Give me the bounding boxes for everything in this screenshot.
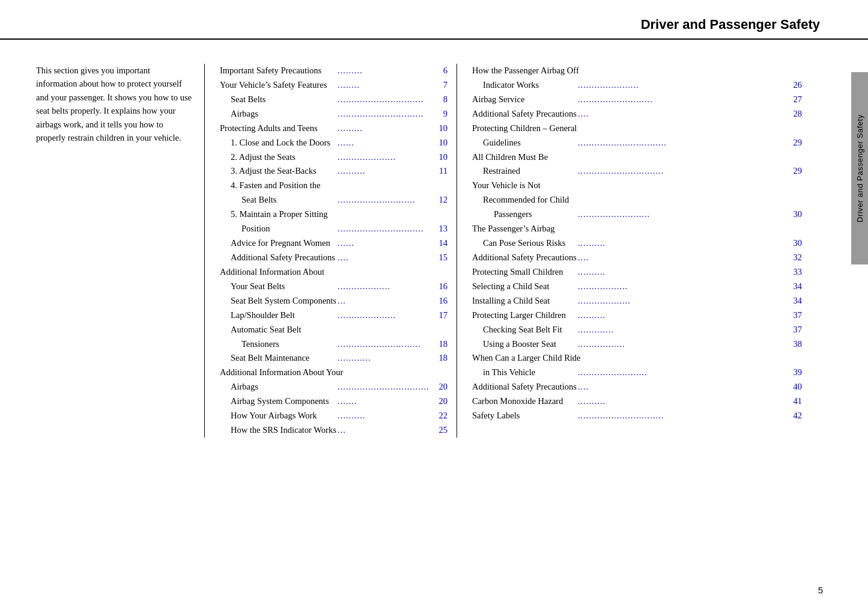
toc-row: How Your Airbags Work..........22 bbox=[220, 409, 448, 423]
toc-label: Lap/Shoulder Belt bbox=[220, 308, 336, 323]
main-content: This section gives you important informa… bbox=[0, 40, 868, 456]
page-title: Driver and Passenger Safety bbox=[641, 17, 820, 32]
toc-label: Your Vehicle is Not bbox=[472, 179, 802, 193]
toc-row: Indicator Works......................26 bbox=[472, 78, 802, 93]
toc-page: 34 bbox=[792, 294, 803, 308]
toc-row: Checking Seat Belt Fit.............37 bbox=[472, 323, 802, 337]
toc-dots: ..................... bbox=[336, 150, 437, 165]
toc-label: Seat Belts bbox=[220, 193, 336, 207]
toc-row: When Can a Larger Child Ride bbox=[472, 351, 802, 366]
toc-dots: .......... bbox=[336, 164, 437, 179]
toc-page: 39 bbox=[792, 366, 803, 380]
toc-row: The Passenger’s Airbag bbox=[472, 222, 802, 236]
toc-row: Additional Safety Precautions....40 bbox=[472, 380, 802, 394]
toc-row: Airbags...............................9 bbox=[220, 107, 448, 121]
toc-row: Seat Belt Maintenance............18 bbox=[220, 351, 448, 366]
toc-row: How the Passenger Airbag Off bbox=[472, 64, 802, 78]
toc-row: Protecting Children – General bbox=[472, 121, 802, 136]
toc-row: Restrained..............................… bbox=[472, 164, 802, 179]
toc-dots: .......................... bbox=[577, 207, 792, 222]
toc-row: in This Vehicle.........................… bbox=[472, 366, 802, 380]
toc-dots: ...... bbox=[336, 236, 437, 251]
toc-label: Guidelines bbox=[472, 136, 577, 150]
toc-page: 30 bbox=[792, 207, 803, 222]
toc-label: How Your Airbags Work bbox=[220, 409, 336, 423]
toc-label: Protecting Larger Children bbox=[472, 308, 577, 323]
toc-page: 37 bbox=[792, 323, 803, 337]
toc-row: Your Seat Belts...................16 bbox=[220, 280, 448, 294]
toc-page: 26 bbox=[792, 78, 803, 93]
toc-dots: ...................... bbox=[577, 78, 792, 93]
toc-row: Selecting a Child Seat..................… bbox=[472, 280, 802, 294]
toc-row: Additional Safety Precautions....32 bbox=[472, 251, 802, 265]
toc-label: Additional Safety Precautions bbox=[220, 251, 336, 265]
toc-label: Protecting Children – General bbox=[472, 121, 802, 136]
toc-row: Position...............................1… bbox=[220, 222, 448, 236]
toc-label: Additional Safety Precautions bbox=[472, 251, 577, 265]
toc-row: Lap/Shoulder Belt.....................17 bbox=[220, 308, 448, 323]
toc-page: 18 bbox=[438, 351, 448, 366]
toc-dots: ..................... bbox=[336, 308, 437, 323]
toc-dots: ... bbox=[336, 294, 437, 308]
toc-page: 10 bbox=[438, 136, 448, 150]
toc-dots: ............................... bbox=[577, 164, 792, 179]
toc-dots: .... bbox=[577, 380, 792, 394]
toc-dots: .......... bbox=[577, 265, 792, 280]
toc-label: 3. Adjust the Seat-Backs bbox=[220, 164, 336, 179]
toc-page: 17 bbox=[438, 308, 448, 323]
toc-dots: ............................ bbox=[336, 193, 437, 207]
toc-row: Additional Information About bbox=[220, 265, 448, 280]
toc-middle: Important Safety Precautions.........6Yo… bbox=[204, 64, 457, 438]
toc-right-table: How the Passenger Airbag OffIndicator Wo… bbox=[472, 64, 802, 423]
toc-row: Important Safety Precautions.........6 bbox=[220, 64, 448, 78]
toc-label: Tensioners bbox=[220, 337, 336, 352]
toc-dots: ................................ bbox=[577, 136, 792, 150]
toc-page: 10 bbox=[438, 121, 448, 136]
toc-page: 32 bbox=[792, 251, 803, 265]
toc-dots: ......................... bbox=[577, 366, 792, 380]
toc-dots: ................................. bbox=[336, 380, 437, 394]
toc-label: Additional Information About bbox=[220, 265, 448, 280]
toc-label: Your Vehicle’s Safety Features bbox=[220, 78, 336, 93]
toc-dots: .......... bbox=[577, 308, 792, 323]
toc-row: Protecting Small Children..........33 bbox=[472, 265, 802, 280]
toc-label: Additional Information About Your bbox=[220, 366, 448, 380]
toc-row: Installing a Child Seat.................… bbox=[472, 294, 802, 308]
toc-label: Safety Labels bbox=[472, 409, 577, 423]
toc-row: 3. Adjust the Seat-Backs..........11 bbox=[220, 164, 448, 179]
toc-row: 5. Maintain a Proper Sitting bbox=[220, 207, 448, 222]
toc-dots: .... bbox=[577, 251, 792, 265]
toc-page: 42 bbox=[792, 409, 803, 423]
toc-row: How the SRS Indicator Works...25 bbox=[220, 423, 448, 438]
toc-dots: .................. bbox=[577, 280, 792, 294]
toc-dots: ......... bbox=[336, 121, 437, 136]
intro-column: This section gives you important informa… bbox=[36, 64, 204, 438]
toc-dots: ............................... bbox=[336, 222, 437, 236]
toc-dots: ................. bbox=[577, 337, 792, 352]
toc-dots: ............. bbox=[577, 323, 792, 337]
toc-page: 34 bbox=[792, 280, 803, 294]
toc-label: Advice for Pregnant Women bbox=[220, 236, 336, 251]
toc-page: 12 bbox=[438, 193, 448, 207]
toc-label: Position bbox=[220, 222, 336, 236]
toc-dots: ............................... bbox=[336, 93, 437, 107]
toc-page: 16 bbox=[438, 280, 448, 294]
toc-dots: ... bbox=[336, 423, 437, 438]
toc-label: Airbag System Components bbox=[220, 394, 336, 409]
toc-middle-table: Important Safety Precautions.........6Yo… bbox=[220, 64, 448, 438]
toc-label: Carbon Monoxide Hazard bbox=[472, 394, 577, 409]
toc-label: Checking Seat Belt Fit bbox=[472, 323, 577, 337]
toc-page: 10 bbox=[438, 150, 448, 165]
toc-label: Airbags bbox=[220, 380, 336, 394]
toc-dots: ......... bbox=[336, 64, 437, 78]
page-number-footer: 5 bbox=[818, 585, 823, 595]
toc-label: Airbag Service bbox=[472, 93, 577, 107]
toc-dots: ............................... bbox=[577, 409, 792, 423]
toc-label: Your Seat Belts bbox=[220, 280, 336, 294]
toc-page: 37 bbox=[792, 308, 803, 323]
toc-label: Indicator Works bbox=[472, 78, 577, 93]
toc-row: Recommended for Child bbox=[472, 193, 802, 207]
toc-label: Seat Belts bbox=[220, 93, 336, 107]
toc-label: Selecting a Child Seat bbox=[472, 280, 577, 294]
toc-label: 4. Fasten and Position the bbox=[220, 179, 448, 193]
